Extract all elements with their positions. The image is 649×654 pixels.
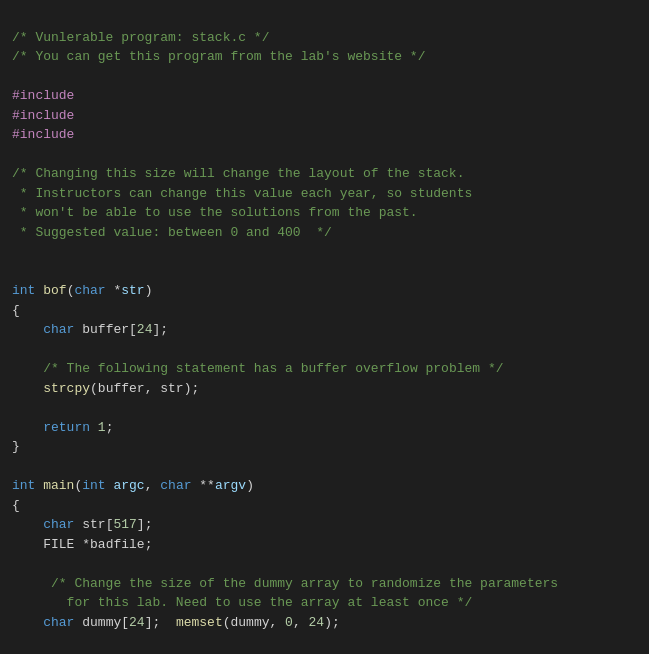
main-brace-open: { (12, 498, 20, 513)
main-argc: argc (113, 478, 144, 493)
code-editor: /* Vunlerable program: stack.c */ /* You… (0, 0, 649, 654)
main-param-type-2: char (160, 478, 191, 493)
bof-brace-open: { (12, 303, 20, 318)
bof-param: * (106, 283, 122, 298)
main-param-type-1: int (82, 478, 105, 493)
main-comma: , (145, 478, 161, 493)
return-keyword-1: return (43, 420, 90, 435)
comment-line-1: /* Vunlerable program: stack.c */ (12, 30, 269, 45)
main-func-name: main (43, 478, 74, 493)
include-stdio: #include (12, 108, 82, 123)
buffer-size: 24 (137, 322, 153, 337)
str-decl: str[ (74, 517, 113, 532)
memset-args: (dummy, (223, 615, 285, 630)
bof-return-type: int (12, 283, 35, 298)
return-val-1 (90, 420, 98, 435)
dummy-comment: /* Change the size of the dummy array to… (12, 576, 558, 611)
comment-block-1: /* Changing this size will change the la… (12, 166, 472, 240)
dummy-decl: dummy[ (74, 615, 129, 630)
comment-line-2: /* You can get this program from the lab… (12, 49, 425, 64)
include-stdlib: #include (12, 88, 82, 103)
include-string: #include (12, 127, 82, 142)
memset-call: memset (176, 615, 223, 630)
strcpy-args: (buffer, str); (90, 381, 199, 396)
strcpy-call: strcpy (43, 381, 90, 396)
return-semi-1: ; (106, 420, 114, 435)
main-param-2: ** (192, 478, 215, 493)
bof-param-type: char (74, 283, 105, 298)
str-size: 517 (113, 517, 136, 532)
main-paren-close: ) (246, 478, 254, 493)
buffer-decl: buffer[ (74, 322, 136, 337)
dummy-type: char (43, 615, 74, 630)
bof-brace-close: } (12, 439, 20, 454)
dummy-semi: ]; (145, 615, 176, 630)
str-type: char (43, 517, 74, 532)
dummy-size: 24 (129, 615, 145, 630)
bof-paren-close: ) (145, 283, 153, 298)
main-argv: argv (215, 478, 246, 493)
return-num-1: 1 (98, 420, 106, 435)
file-type: FILE *badfile; (43, 537, 152, 552)
memset-size: 24 (309, 615, 325, 630)
str-decl-end: ]; (137, 517, 153, 532)
overflow-comment: /* The following statement has a buffer … (43, 361, 503, 376)
memset-end: , (293, 615, 309, 630)
bof-param-name: str (121, 283, 144, 298)
buffer-decl-end: ]; (152, 322, 168, 337)
buffer-type: char (43, 322, 74, 337)
memset-close: ); (324, 615, 340, 630)
main-return-type: int (12, 478, 35, 493)
memset-val: 0 (285, 615, 293, 630)
bof-func-name: bof (43, 283, 66, 298)
